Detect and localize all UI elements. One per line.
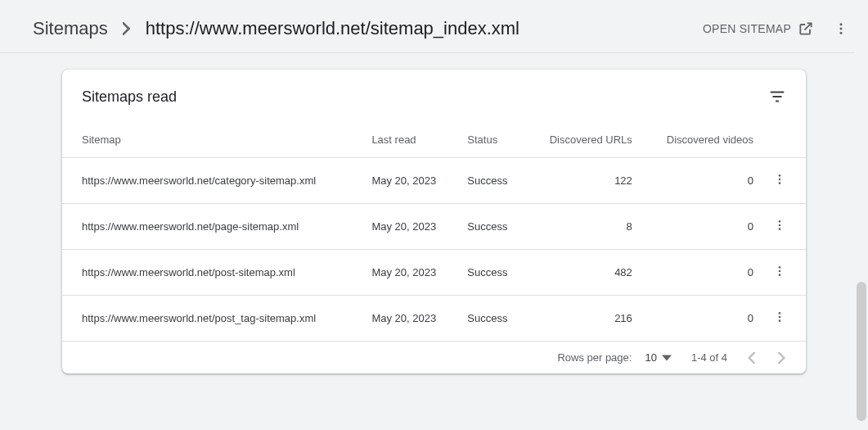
- svg-point-6: [779, 174, 781, 177]
- cell-sitemap: https://www.meersworld.net/post-sitemap.…: [62, 250, 362, 296]
- svg-point-1: [840, 28, 843, 30]
- row-more-button[interactable]: [773, 265, 786, 278]
- svg-point-12: [779, 266, 781, 269]
- rows-per-page-select[interactable]: 10: [645, 351, 671, 364]
- cell-status: Success: [457, 250, 525, 296]
- cell-sitemap: https://www.meersworld.net/page-sitemap.…: [62, 204, 362, 250]
- svg-point-11: [779, 228, 781, 230]
- page-header: Sitemaps https://www.meersworld.net/site…: [0, 0, 868, 53]
- scrollbar-thumb[interactable]: [857, 282, 866, 421]
- header-actions: OPEN SITEMAP: [703, 18, 852, 39]
- cell-discovered-urls: 122: [525, 158, 641, 204]
- cell-discovered-videos: 0: [642, 204, 763, 250]
- cell-last-read: May 20, 2023: [362, 158, 457, 204]
- col-last-read[interactable]: Last read: [362, 114, 457, 158]
- col-discovered-videos[interactable]: Discovered videos: [642, 114, 763, 158]
- svg-point-16: [779, 316, 781, 319]
- table-row[interactable]: https://www.meersworld.net/post_tag-site…: [62, 296, 806, 342]
- svg-point-9: [779, 220, 781, 223]
- breadcrumb-current: https://www.meersworld.net/sitemap_index…: [146, 18, 519, 39]
- cell-last-read: May 20, 2023: [362, 296, 457, 342]
- svg-point-17: [779, 319, 781, 322]
- open-sitemap-button[interactable]: OPEN SITEMAP: [703, 20, 814, 37]
- filter-icon[interactable]: [768, 88, 786, 106]
- card-header: Sitemaps read: [62, 70, 806, 114]
- table-row[interactable]: https://www.meersworld.net/page-sitemap.…: [62, 204, 806, 250]
- scrollbar[interactable]: [855, 52, 868, 430]
- open-in-new-icon: [798, 20, 814, 37]
- svg-point-14: [779, 274, 781, 276]
- breadcrumb-root[interactable]: Sitemaps: [33, 18, 108, 39]
- cell-sitemap: https://www.meersworld.net/category-site…: [62, 158, 362, 204]
- cell-discovered-videos: 0: [642, 296, 763, 342]
- open-sitemap-label: OPEN SITEMAP: [703, 22, 791, 35]
- svg-point-8: [779, 182, 781, 184]
- svg-point-10: [779, 224, 781, 227]
- col-sitemap[interactable]: Sitemap: [62, 114, 362, 158]
- cell-discovered-urls: 482: [525, 250, 641, 296]
- more-options-button[interactable]: [830, 18, 852, 39]
- dropdown-icon: [662, 353, 672, 363]
- cell-discovered-videos: 0: [642, 250, 763, 296]
- chevron-right-icon: [123, 22, 131, 35]
- rows-per-page-value: 10: [645, 351, 656, 364]
- sitemaps-table: Sitemap Last read Status Discovered URLs…: [62, 114, 806, 342]
- pagination-range: 1-4 of 4: [691, 351, 727, 364]
- svg-point-7: [779, 179, 781, 181]
- breadcrumb: Sitemaps https://www.meersworld.net/site…: [33, 18, 519, 39]
- table-row[interactable]: https://www.meersworld.net/category-site…: [62, 158, 806, 204]
- col-status[interactable]: Status: [457, 114, 525, 158]
- pagination: Rows per page: 10 1-4 of 4: [62, 342, 806, 373]
- svg-point-0: [840, 23, 843, 25]
- row-more-button[interactable]: [773, 173, 786, 186]
- row-more-button[interactable]: [773, 310, 786, 324]
- next-page-button[interactable]: [778, 352, 786, 364]
- cell-status: Success: [457, 158, 525, 204]
- cell-sitemap: https://www.meersworld.net/post_tag-site…: [62, 296, 362, 342]
- table-row[interactable]: https://www.meersworld.net/post-sitemap.…: [62, 250, 806, 296]
- col-discovered-urls[interactable]: Discovered URLs: [525, 114, 641, 158]
- cell-discovered-urls: 8: [525, 204, 641, 250]
- svg-point-2: [840, 32, 843, 34]
- cell-discovered-urls: 216: [525, 296, 641, 342]
- svg-point-15: [779, 312, 781, 315]
- cell-discovered-videos: 0: [642, 158, 763, 204]
- row-more-button[interactable]: [773, 219, 786, 232]
- cell-last-read: May 20, 2023: [362, 250, 457, 296]
- prev-page-button[interactable]: [747, 352, 755, 364]
- cell-status: Success: [457, 296, 525, 342]
- sitemaps-read-card: Sitemaps read Sitemap Last read Status D…: [62, 70, 806, 373]
- cell-status: Success: [457, 204, 525, 250]
- card-title: Sitemaps read: [82, 88, 177, 106]
- svg-point-13: [779, 270, 781, 273]
- rows-per-page-label: Rows per page:: [557, 351, 632, 364]
- cell-last-read: May 20, 2023: [362, 204, 457, 250]
